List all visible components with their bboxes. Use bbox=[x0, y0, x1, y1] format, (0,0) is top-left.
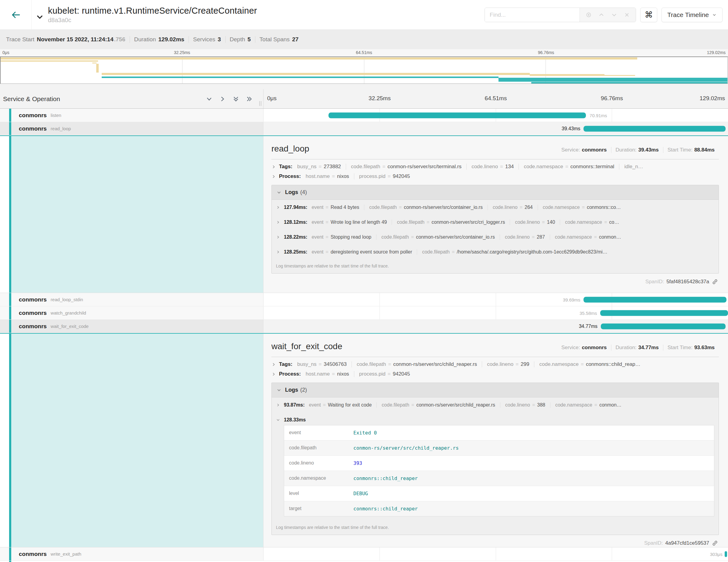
table-row: level DEBUG bbox=[284, 486, 714, 501]
chevron-down-icon bbox=[277, 388, 281, 393]
span-duration-label: 303μs bbox=[710, 551, 722, 557]
span-bar[interactable] bbox=[583, 297, 726, 302]
process-label: Process: bbox=[279, 371, 301, 377]
log-entry[interactable]: 93.87ms: eventWaiting for exit code code… bbox=[272, 397, 719, 412]
span-row-read-loop-stdin[interactable]: conmonrs read_loop_stdin 39.69ms bbox=[0, 293, 728, 306]
find-next-icon[interactable] bbox=[608, 9, 620, 21]
chevron-right-icon bbox=[276, 235, 280, 239]
trace-title-block: kubelet: runtime.v1.RuntimeService/Creat… bbox=[48, 6, 257, 24]
span-bar[interactable] bbox=[583, 126, 725, 131]
logs-title: Logs bbox=[285, 189, 298, 196]
log-detail-table: event Exited 0 code.filepath conmon-rs/s… bbox=[284, 425, 714, 516]
span-bar[interactable] bbox=[601, 323, 726, 329]
back-button[interactable] bbox=[0, 0, 32, 29]
locate-icon[interactable] bbox=[583, 9, 594, 21]
log-field: eventRead 4 bytes bbox=[310, 205, 364, 210]
tags-row[interactable]: Tags: busy_ns34506763 code.filepathconmo… bbox=[271, 361, 719, 367]
service-color-bar bbox=[9, 122, 11, 135]
chevron-right-icon bbox=[271, 372, 276, 376]
axis-tick: 96.76ms bbox=[538, 50, 554, 55]
span-bar[interactable] bbox=[725, 551, 727, 557]
operation-name: watch_grandchild bbox=[51, 310, 86, 315]
operation-name: write_exit_path bbox=[51, 551, 81, 557]
find-group bbox=[485, 8, 636, 22]
span-name-cell[interactable]: conmonrs read_loop_stdin bbox=[0, 293, 264, 306]
span-bar[interactable] bbox=[328, 112, 586, 118]
log-entry[interactable]: 128.12ms: eventWrote log line of length … bbox=[272, 215, 719, 230]
span-bar-cell[interactable]: 39.69ms bbox=[264, 293, 728, 306]
collapse-trace-button[interactable] bbox=[36, 9, 44, 21]
log-key: level bbox=[284, 486, 350, 501]
chevron-down-icon bbox=[277, 190, 281, 195]
timeline-minimap[interactable] bbox=[0, 56, 728, 84]
log-field: code.namespaceconmon… bbox=[550, 402, 626, 408]
column-resize-grip[interactable] bbox=[259, 101, 261, 106]
log-field: code.filepathconmon-rs/server/src/contai… bbox=[364, 205, 488, 210]
log-timestamp: 128.12ms: bbox=[284, 220, 307, 225]
expand-one-icon[interactable] bbox=[219, 95, 226, 103]
chevron-right-icon bbox=[276, 250, 280, 254]
link-icon[interactable] bbox=[712, 278, 718, 285]
summary-depth: Depth 5 bbox=[225, 36, 255, 43]
view-dropdown-label: Trace Timeline bbox=[667, 11, 709, 19]
logs-title: Logs bbox=[285, 387, 298, 393]
service-name: conmonrs bbox=[19, 551, 47, 557]
log-timestamp: 128.22ms: bbox=[284, 234, 307, 240]
meta-value: 93.63ms bbox=[694, 345, 715, 350]
service-name: conmonrs bbox=[19, 310, 47, 316]
collapse-all-icon[interactable] bbox=[232, 95, 240, 103]
find-clear-icon[interactable] bbox=[621, 9, 633, 21]
log-entry[interactable]: 127.94ms: eventRead 4 bytes code.filepat… bbox=[272, 200, 719, 215]
meta-value: conmonrs bbox=[582, 147, 607, 153]
detail-panel-left-gutter bbox=[0, 136, 264, 293]
detail-panel-content: read_loop Service:conmonrs Duration:39.4… bbox=[264, 136, 728, 293]
tag-field: code.filepathconmon-rs/server/src/termin… bbox=[346, 164, 466, 170]
timeline-ruler: 0μs 32.25ms 64.51ms 96.76ms 129.02ms bbox=[264, 89, 728, 108]
span-duration-label: 39.43ms bbox=[562, 126, 580, 131]
view-dropdown[interactable]: Trace Timeline bbox=[662, 8, 723, 22]
span-row-read-loop[interactable]: conmonrs read_loop 39.43ms bbox=[0, 122, 728, 135]
meta-label: Duration: bbox=[616, 345, 637, 350]
process-row[interactable]: Process: host.namenixos process.pid94204… bbox=[271, 173, 719, 179]
span-bar-cell[interactable]: 35.58ms bbox=[264, 306, 728, 319]
logs-header[interactable]: Logs (2) bbox=[272, 383, 719, 397]
span-row-write-exit-path[interactable]: conmonrs write_exit_path 303μs bbox=[0, 547, 728, 561]
detail-span-meta: Service:conmonrs Duration:34.77ms Start … bbox=[557, 345, 719, 351]
page-title: kubelet: runtime.v1.RuntimeService/Creat… bbox=[48, 6, 257, 16]
keyboard-shortcuts-button[interactable]: ⌘ bbox=[640, 8, 657, 22]
span-bar-cell[interactable]: 303μs bbox=[264, 547, 728, 560]
log-entry[interactable]: 128.22ms: eventStopping read loop code.f… bbox=[272, 230, 719, 244]
minimap-span bbox=[102, 77, 498, 78]
logs-count: (2) bbox=[300, 387, 307, 393]
log-field: code.filepathconmon-rs/server/src/cri_lo… bbox=[392, 220, 510, 225]
span-bar-cell[interactable]: 70.91ms bbox=[264, 109, 728, 122]
expand-collapse-controls bbox=[206, 95, 263, 103]
service-operation-header: Service & Operation bbox=[0, 89, 264, 108]
find-prev-icon[interactable] bbox=[596, 9, 607, 21]
collapse-one-icon[interactable] bbox=[206, 95, 213, 103]
find-input[interactable] bbox=[485, 8, 580, 22]
span-bar[interactable] bbox=[600, 310, 728, 316]
span-row-wait-for-exit-code[interactable]: conmonrs wait_for_exit_code 34.77ms bbox=[0, 320, 728, 333]
span-bar-cell[interactable]: 39.43ms bbox=[264, 122, 728, 135]
expand-all-icon[interactable] bbox=[246, 95, 253, 103]
log-entry-expanded[interactable]: 128.33ms bbox=[272, 412, 719, 424]
tags-row[interactable]: Tags: busy_ns273882 code.filepathconmon-… bbox=[271, 164, 719, 170]
meta-value: 34.77ms bbox=[638, 345, 659, 350]
span-bar-cell[interactable]: 34.77ms bbox=[264, 320, 728, 333]
chevron-right-icon bbox=[276, 220, 280, 224]
process-row[interactable]: Process: host.namenixos process.pid94204… bbox=[271, 371, 719, 377]
link-icon[interactable] bbox=[712, 540, 718, 547]
span-name-cell[interactable]: conmonrs watch_grandchild bbox=[0, 306, 264, 319]
span-row-watch-grandchild[interactable]: conmonrs watch_grandchild 35.58ms bbox=[0, 306, 728, 320]
log-entry[interactable]: 128.25ms: eventderegistering event sourc… bbox=[272, 244, 719, 259]
log-value: Exited 0 bbox=[350, 425, 714, 440]
partial-row-sliver bbox=[0, 561, 728, 562]
span-row-listen[interactable]: conmonrs listen 70.91ms bbox=[0, 109, 728, 122]
span-name-cell[interactable]: conmonrs write_exit_path bbox=[0, 547, 264, 560]
logs-header[interactable]: Logs (4) bbox=[272, 185, 719, 200]
span-name-cell[interactable]: conmonrs listen bbox=[0, 109, 264, 122]
summary-label: Total Spans bbox=[260, 36, 290, 43]
span-name-cell[interactable]: conmonrs read_loop bbox=[0, 122, 264, 135]
span-name-cell[interactable]: conmonrs wait_for_exit_code bbox=[0, 320, 264, 333]
